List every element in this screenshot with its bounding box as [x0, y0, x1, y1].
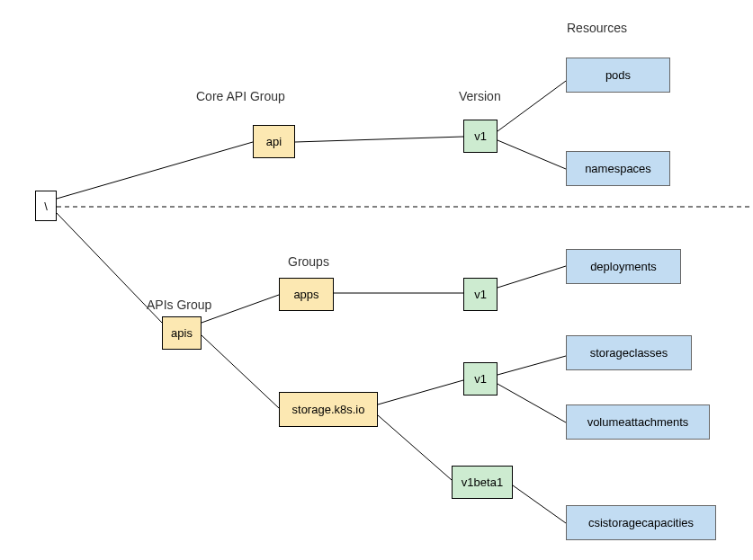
- svg-line-0: [57, 142, 253, 199]
- svg-line-9: [498, 266, 566, 288]
- svg-line-4: [498, 140, 566, 169]
- node-namespaces: namespaces: [566, 151, 670, 186]
- node-api: api: [253, 125, 295, 158]
- svg-line-6: [202, 295, 279, 323]
- svg-line-7: [202, 335, 279, 408]
- svg-line-14: [513, 485, 566, 523]
- label-apis-group: APIs Group: [147, 298, 211, 312]
- node-apps: apps: [279, 278, 334, 311]
- label-version: Version: [459, 89, 501, 103]
- svg-line-12: [498, 356, 566, 375]
- node-storage-k8s-io: storage.k8s.io: [279, 392, 378, 427]
- node-v1-apps: v1: [463, 278, 498, 311]
- label-resources: Resources: [567, 21, 627, 35]
- node-v1-core: v1: [463, 120, 498, 153]
- svg-line-3: [498, 81, 566, 131]
- node-csistoragecapacities: csistoragecapacities: [566, 505, 716, 540]
- node-deployments: deployments: [566, 249, 681, 284]
- node-volumeattachments: volumeattachments: [566, 404, 710, 440]
- svg-line-2: [295, 137, 463, 142]
- node-pods: pods: [566, 58, 670, 93]
- node-root: \: [35, 191, 57, 221]
- svg-line-11: [378, 415, 452, 480]
- node-storageclasses: storageclasses: [566, 335, 692, 370]
- svg-line-13: [498, 384, 566, 422]
- label-groups: Groups: [288, 254, 329, 269]
- node-v1-storage: v1: [463, 362, 498, 396]
- node-v1beta1: v1beta1: [452, 466, 513, 499]
- node-apis: apis: [162, 316, 202, 350]
- label-core-api-group: Core API Group: [196, 89, 285, 103]
- svg-line-10: [378, 380, 463, 404]
